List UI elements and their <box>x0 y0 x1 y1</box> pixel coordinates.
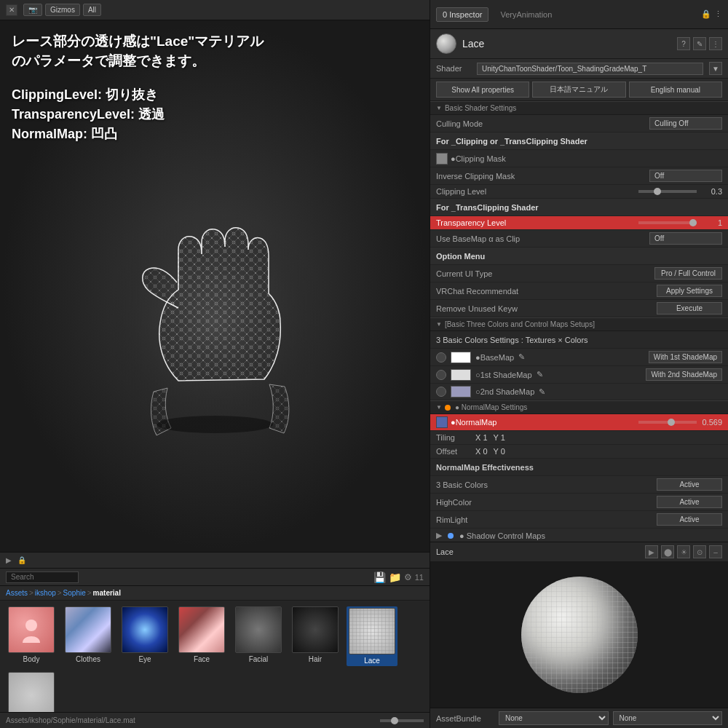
clipping-level-value: 0.3 <box>697 187 722 196</box>
asset-facial-label: Facial <box>233 655 284 663</box>
bundle-select-2[interactable]: None <box>613 711 723 725</box>
lock-inspector-icon[interactable]: 🔒 <box>701 9 711 19</box>
normalmap-slider[interactable] <box>638 421 697 424</box>
transparency-level-slider[interactable] <box>638 221 697 224</box>
basemap-color[interactable] <box>451 352 471 363</box>
highcolor-row: HighColor Active <box>430 494 728 511</box>
basic-colors-active-btn[interactable]: Active <box>657 478 722 491</box>
camera-btn[interactable]: 📷 <box>23 4 42 16</box>
remove-btn[interactable]: Execute <box>657 302 722 314</box>
asset-grid: Body Clothes Eye Face <box>0 601 430 712</box>
viewport-bottom: ▶ 🔒 <box>0 552 430 568</box>
edit-icon[interactable]: ✎ <box>693 37 706 50</box>
asset-item-lace[interactable]: Lace <box>347 606 397 666</box>
material-actions: ? ✎ ⋮ <box>677 37 722 50</box>
zoom-slider[interactable] <box>380 719 424 722</box>
japanese-btn[interactable]: 日本語マニュアル <box>532 82 625 98</box>
clipping-section-header: For _Clipping or _TransClipping Shader <box>430 132 728 150</box>
save-layout-icon[interactable]: 💾 <box>373 571 386 583</box>
ui-type-btn[interactable]: Pro / Full Control <box>654 267 722 280</box>
transparency-level-row: Transparency Level 1 <box>430 216 728 230</box>
gizmos-btn[interactable]: Gizmos <box>45 4 80 16</box>
bundle-select-1[interactable]: None <box>499 711 609 725</box>
asset-item-clothes[interactable]: Clothes <box>63 606 114 666</box>
shademap2-color[interactable] <box>451 386 471 397</box>
basic-shader-label: Basic Shader Settings <box>445 104 516 112</box>
overlay-line3: ClippingLevel: 切り抜き <box>12 85 264 105</box>
use-basemap-select[interactable]: Off <box>649 232 722 245</box>
three-colors-arrow: ▼ <box>436 321 442 328</box>
use-basemap-value: Off <box>649 232 722 245</box>
basemap-swatch[interactable] <box>436 352 446 363</box>
clipping-level-slider[interactable] <box>638 190 697 193</box>
inverse-clipping-select[interactable]: Off <box>649 170 722 182</box>
viewport-close-btn[interactable]: ✕ <box>6 4 17 16</box>
rimlight-row: RimLight Active <box>430 511 728 529</box>
basic-colors-subsection: 3 Basic Colors Settings : Textures × Col… <box>430 331 728 349</box>
asset-item-hair[interactable]: Hair <box>290 606 341 666</box>
more-icon[interactable]: ⋮ <box>709 37 722 50</box>
preview-play-btn[interactable]: ▶ <box>645 545 658 558</box>
with2nd-btn[interactable]: With 2nd ShadeMap <box>646 368 722 381</box>
overlay-line2: のパラメータで調整できます。 <box>12 53 205 68</box>
all-btn[interactable]: All <box>83 4 101 16</box>
english-btn[interactable]: English manual <box>629 82 722 98</box>
basemap-label: ●BaseMap <box>475 353 514 362</box>
viewport-info: ▶ <box>6 556 12 564</box>
shademap1-color[interactable] <box>451 369 471 381</box>
asset-eye-label: Eye <box>119 655 170 663</box>
veryanimation-tab[interactable]: VeryAnimation <box>494 8 558 21</box>
asset-face-label: Face <box>176 655 227 663</box>
normalmap-section: ▼ ● NormalMap Settings <box>430 400 728 414</box>
inspector-tab[interactable]: 0 Inspector <box>436 7 488 22</box>
asset-item-facial[interactable]: Facial <box>233 606 284 666</box>
preview-lighting-btn[interactable]: ☀ <box>677 545 690 558</box>
shademap1-edit-icon[interactable]: ✎ <box>535 370 545 379</box>
breadcrumb-assets[interactable]: Assets <box>6 589 28 597</box>
shademap1-swatch[interactable] <box>436 370 446 380</box>
shademap1-label: ○1st ShadeMap <box>475 371 532 379</box>
basic-colors-subsection-label: 3 Basic Colors Settings : Textures × Col… <box>436 336 588 344</box>
shadow-expand-icon[interactable]: ▶ <box>436 531 442 540</box>
inverse-clipping-label: Inverse Clipping Mask <box>436 172 649 181</box>
normalmap-color-swatch[interactable] <box>436 416 448 428</box>
offset-row: Offset X 0 Y 0 <box>430 445 728 459</box>
basic-shader-arrow: ▼ <box>436 105 442 111</box>
shadow-dot <box>448 533 454 539</box>
shademap2-edit-icon[interactable]: ✎ <box>537 387 547 397</box>
vrchat-btn[interactable]: Apply Settings <box>657 285 722 297</box>
preview-area <box>430 562 728 708</box>
rimlight-btn[interactable]: Active <box>657 513 722 526</box>
inverse-clipping-row: Inverse Clipping Mask Off <box>430 167 728 185</box>
asset-item-body[interactable]: Body <box>6 606 57 666</box>
offset-x: X 0 <box>475 447 488 456</box>
preview-minimize-btn[interactable]: – <box>709 545 722 558</box>
search-input[interactable] <box>6 571 79 583</box>
preview-settings-btn[interactable]: ⊙ <box>693 545 706 558</box>
normalmap-dot <box>445 405 451 411</box>
left-panel: ✕ 📷 Gizmos All レース部分の透け感は"Lace"マテリアル のパラ… <box>0 0 430 728</box>
basemap-edit-icon[interactable]: ✎ <box>517 352 526 362</box>
transparency-level-value: 1 <box>697 218 722 227</box>
bundle-label: AssetBundle <box>436 714 494 723</box>
create-folder-icon[interactable]: 📁 <box>389 571 401 583</box>
settings-icon[interactable]: ⚙ <box>404 572 412 582</box>
preview-sphere-btn[interactable]: ⬤ <box>661 545 674 558</box>
question-icon[interactable]: ? <box>677 37 690 50</box>
highcolor-label: HighColor <box>436 498 654 507</box>
breadcrumb-ikshop[interactable]: ikshop <box>35 589 56 597</box>
highcolor-btn[interactable]: Active <box>657 496 722 508</box>
asset-item-eye[interactable]: Eye <box>119 606 170 666</box>
tiling-y: Y 1 <box>494 433 505 442</box>
asset-browser: 💾 📁 ⚙ 11 Assets > ikshop > Sophie > mate… <box>0 568 430 728</box>
with1st-btn[interactable]: With 1st ShadeMap <box>649 351 722 363</box>
show-all-btn[interactable]: Show All properties <box>436 82 529 98</box>
breadcrumb-sophie[interactable]: Sophie <box>63 589 86 597</box>
inspector-menu-icon[interactable]: ⋮ <box>714 9 722 19</box>
asset-item-underwear[interactable]: Underwear <box>6 672 57 712</box>
preview-header: Lace ▶ ⬤ ☀ ⊙ – <box>430 542 728 562</box>
asset-item-face[interactable]: Face <box>176 606 227 666</box>
shader-dropdown-icon[interactable]: ▼ <box>709 62 722 75</box>
shademap2-swatch[interactable] <box>436 387 446 397</box>
culling-mode-select[interactable]: Culling Off <box>649 117 722 130</box>
